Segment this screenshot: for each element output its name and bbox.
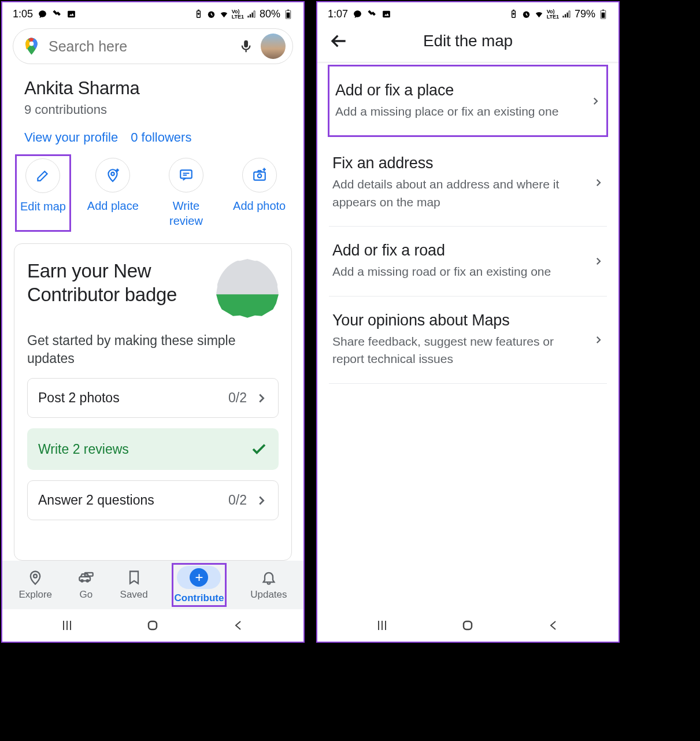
edit-map-button[interactable]: Edit map: [20, 158, 66, 214]
nav-label: Go: [79, 589, 92, 601]
option-title: Your opinions about Maps: [332, 312, 585, 329]
home-icon[interactable]: [461, 618, 475, 632]
chevron-right-icon: [593, 256, 603, 266]
app-bar: Edit the map: [317, 24, 618, 62]
appbar-title: Edit the map: [317, 32, 618, 50]
google-maps-logo-icon: [21, 36, 42, 57]
nav-saved[interactable]: Saved: [120, 569, 148, 601]
chevron-right-icon: [255, 494, 268, 507]
back-icon[interactable]: [547, 618, 561, 632]
status-bar: 1:07 Vo)LTE1 79%: [317, 2, 618, 24]
recents-icon[interactable]: [375, 618, 389, 632]
check-icon: [250, 440, 268, 458]
nav-contribute[interactable]: + Contribute: [175, 566, 224, 604]
system-nav: [2, 609, 303, 642]
badge-icon: [216, 259, 279, 321]
view-profile-link[interactable]: View your profile: [24, 130, 118, 145]
add-photo-button[interactable]: Add photo: [232, 158, 286, 228]
back-icon[interactable]: [232, 618, 246, 632]
write-review-button[interactable]: Write review: [160, 158, 213, 228]
alarm-icon: [206, 9, 216, 19]
wifi-icon: [219, 9, 229, 19]
bottom-nav: Explore Go Saved + Contribute Updates: [2, 561, 303, 609]
bookmark-icon: [126, 569, 142, 586]
battery-saver-icon: [509, 9, 518, 19]
battery-percent: 80%: [260, 8, 280, 20]
signal-icon: [247, 9, 257, 19]
battery-saver-icon: [194, 9, 203, 19]
image-icon: [382, 9, 391, 19]
task-label: Answer 2 questions: [38, 492, 228, 508]
svg-rect-4: [287, 13, 290, 18]
svg-rect-18: [383, 11, 390, 17]
user-name: Ankita Sharma: [24, 78, 282, 99]
task-status: 0/2: [228, 492, 247, 508]
nav-updates[interactable]: Updates: [250, 569, 287, 601]
edit-options-list: Add or fix a place Add a missing place o…: [317, 62, 618, 384]
profile-avatar[interactable]: [261, 34, 286, 59]
option-add-fix-road[interactable]: Add or fix a road Add a missing road or …: [329, 227, 607, 296]
nav-explore[interactable]: Explore: [18, 569, 52, 601]
highlight-edit-map: Edit map: [15, 154, 71, 232]
task-label: Post 2 photos: [38, 390, 228, 406]
followers-link[interactable]: 0 followers: [131, 130, 191, 145]
svg-rect-9: [180, 170, 192, 178]
nav-go[interactable]: Go: [78, 569, 94, 601]
home-icon[interactable]: [146, 618, 160, 632]
option-subtitle: Add a missing road or fix an existing on…: [332, 263, 585, 280]
car-icon: [78, 569, 94, 586]
action-label: Edit map: [20, 199, 66, 214]
wifi-icon: [534, 9, 544, 19]
nav-label: Contribute: [175, 592, 224, 604]
task-status: 0/2: [228, 390, 247, 406]
option-subtitle: Share feedback, suggest new features or …: [332, 333, 585, 368]
alarm-icon: [521, 9, 531, 19]
option-subtitle: Add details about an address and where i…: [332, 176, 585, 211]
task-post-photos[interactable]: Post 2 photos 0/2: [27, 378, 279, 418]
review-icon: [169, 158, 203, 192]
svg-point-12: [34, 575, 37, 578]
contribution-count: 9 contributions: [24, 102, 282, 117]
option-title: Add or fix a place: [335, 81, 582, 99]
task-answer-questions[interactable]: Answer 2 questions 0/2: [27, 480, 279, 520]
task-write-reviews[interactable]: Write 2 reviews: [27, 428, 279, 470]
missed-call-icon: [367, 9, 377, 19]
contribute-screen: 1:05 Vo)LTE1 80% Ankita Sharma 9 contrib…: [1, 1, 305, 643]
battery-icon: [598, 9, 608, 19]
nav-label: Updates: [250, 589, 287, 601]
recents-icon[interactable]: [60, 618, 74, 632]
action-label: Add place: [87, 198, 139, 213]
image-icon: [66, 9, 76, 19]
search-input[interactable]: [49, 38, 231, 55]
option-add-fix-place[interactable]: Add or fix a place Add a missing place o…: [332, 66, 604, 135]
option-subtitle: Add a missing place or fix an existing o…: [335, 103, 582, 120]
svg-rect-24: [464, 621, 472, 629]
microphone-icon[interactable]: [238, 38, 254, 54]
plus-icon: +: [177, 566, 221, 589]
action-label: Write review: [160, 198, 213, 228]
battery-icon: [283, 9, 293, 19]
svg-rect-0: [68, 11, 75, 17]
pin-icon: [27, 569, 43, 586]
svg-rect-5: [287, 10, 289, 10]
chat-icon: [353, 9, 362, 19]
svg-point-11: [257, 174, 261, 178]
svg-point-8: [112, 172, 114, 175]
contributor-badge-card: Earn your New Contributor badge Get star…: [14, 243, 292, 561]
card-title: Earn your New Contributor badge: [27, 259, 207, 307]
option-fix-address[interactable]: Fix an address Add details about an addr…: [329, 139, 607, 227]
nav-label: Explore: [18, 589, 52, 601]
system-nav: [317, 609, 618, 642]
volte-icon: Vo)LTE1: [547, 9, 559, 18]
search-bar[interactable]: [13, 28, 293, 64]
pin-plus-icon: [95, 158, 130, 192]
pencil-icon: [25, 158, 60, 193]
add-place-button[interactable]: Add place: [86, 158, 140, 228]
option-opinions[interactable]: Your opinions about Maps Share feedback,…: [329, 297, 607, 384]
svg-point-15: [86, 580, 88, 582]
volte-icon: Vo)LTE1: [232, 9, 244, 18]
edit-map-screen: 1:07 Vo)LTE1 79% Edit the map Add or fix…: [316, 1, 620, 643]
missed-call-icon: [52, 9, 62, 19]
svg-rect-23: [602, 10, 604, 10]
card-subtitle: Get started by making these simple updat…: [27, 332, 279, 368]
